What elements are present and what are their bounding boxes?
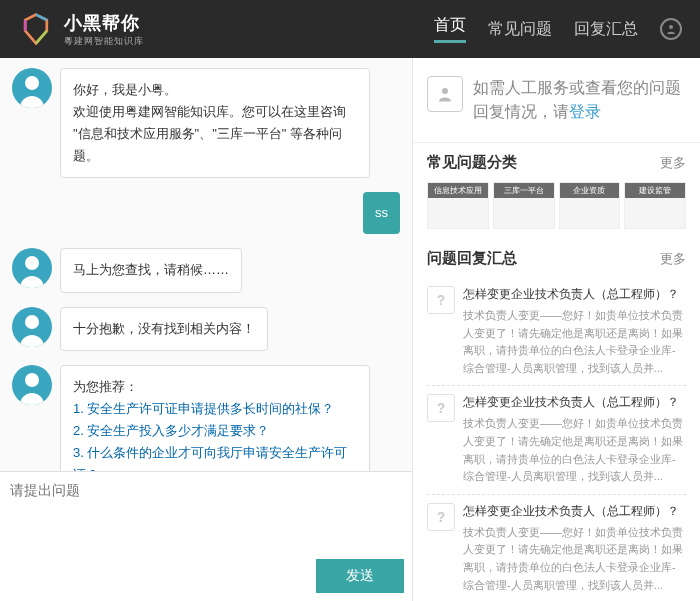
- message-bubble: 你好，我是小粤。 欢迎使用粤建网智能知识库。您可以在这里咨询 "信息和技术应用服…: [60, 68, 370, 178]
- nav-home[interactable]: 首页: [434, 15, 466, 43]
- faq-item[interactable]: ?怎样变更企业技术负责人（总工程师）？技术负责人变更——您好！如贵单位技术负责人…: [427, 386, 686, 494]
- category-item[interactable]: 企业资质: [559, 182, 621, 229]
- user-message: ss: [12, 192, 400, 234]
- bot-avatar: [12, 307, 52, 347]
- more-link[interactable]: 更多: [660, 154, 686, 172]
- faq-content: 怎样变更企业技术负责人（总工程师）？技术负责人变更——您好！如贵单位技术负责人变…: [463, 503, 686, 594]
- recommendation-bubble: 为您推荐： 1. 安全生产许可证申请提供多长时间的社保？2. 安全生产投入多少才…: [60, 365, 370, 471]
- category-section: 常见问题分类 更多 信息技术应用三库一平台企业资质建设监管: [413, 143, 700, 239]
- login-line1: 如需人工服务或查看您的问题: [473, 79, 681, 96]
- send-bar: 发送: [0, 551, 412, 601]
- faq-item[interactable]: ?怎样变更企业技术负责人（总工程师）？技术负责人变更——您好！如贵单位技术负责人…: [427, 278, 686, 386]
- section-header: 常见问题分类 更多: [427, 153, 686, 172]
- faq-content: 怎样变更企业技术负责人（总工程师）？技术负责人变更——您好！如贵单位技术负责人变…: [463, 286, 686, 377]
- svg-point-0: [669, 25, 673, 29]
- message-bubble: ss: [363, 192, 400, 234]
- faq-section: 问题回复汇总 更多 ?怎样变更企业技术负责人（总工程师）？技术负责人变更——您好…: [413, 239, 700, 601]
- rec-item[interactable]: 2. 安全生产投入多少才满足要求？: [73, 420, 357, 442]
- category-list: 信息技术应用三库一平台企业资质建设监管: [427, 182, 686, 229]
- chat-panel: 你好，我是小粤。 欢迎使用粤建网智能知识库。您可以在这里咨询 "信息和技术应用服…: [0, 58, 412, 601]
- category-thumb: [494, 198, 554, 228]
- question-icon: ?: [427, 286, 455, 314]
- section-header: 问题回复汇总 更多: [427, 249, 686, 268]
- logo-icon: [18, 11, 54, 47]
- faq-list: ?怎样变更企业技术负责人（总工程师）？技术负责人变更——您好！如贵单位技术负责人…: [427, 278, 686, 601]
- section-title: 常见问题分类: [427, 153, 517, 172]
- sidebar: 如需人工服务或查看您的问题 回复情况，请登录 常见问题分类 更多 信息技术应用三…: [412, 58, 700, 601]
- header: 小黑帮你 粵建网智能知识库 首页 常见问题 回复汇总: [0, 0, 700, 58]
- user-icon[interactable]: [660, 18, 682, 40]
- send-button[interactable]: 发送: [316, 559, 404, 593]
- rec-title: 为您推荐：: [73, 376, 357, 398]
- more-link[interactable]: 更多: [660, 250, 686, 268]
- question-icon: ?: [427, 503, 455, 531]
- bot-avatar: [12, 365, 52, 405]
- category-item[interactable]: 信息技术应用: [427, 182, 489, 229]
- message-bubble: 马上为您查找，请稍候……: [60, 248, 242, 292]
- bot-message: 马上为您查找，请稍候……: [12, 248, 400, 292]
- section-title: 问题回复汇总: [427, 249, 517, 268]
- faq-content: 怎样变更企业技术负责人（总工程师）？技术负责人变更——您好！如贵单位技术负责人变…: [463, 394, 686, 485]
- category-item[interactable]: 三库一平台: [493, 182, 555, 229]
- brand-subtitle: 粵建网智能知识库: [64, 35, 144, 48]
- brand: 小黑帮你 粵建网智能知识库: [64, 11, 144, 48]
- category-label: 三库一平台: [494, 183, 554, 198]
- category-thumb: [625, 198, 685, 228]
- chat-input[interactable]: [0, 472, 412, 551]
- person-icon: [427, 76, 463, 112]
- nav-replies[interactable]: 回复汇总: [574, 19, 638, 40]
- category-label: 建设监管: [625, 183, 685, 198]
- brand-title: 小黑帮你: [64, 11, 144, 35]
- intro-text: 欢迎使用粤建网智能知识库。您可以在这里咨询 "信息和技术应用服务"、"三库一平台…: [73, 101, 357, 167]
- nav-faq[interactable]: 常见问题: [488, 19, 552, 40]
- category-thumb: [428, 198, 488, 228]
- rec-item[interactable]: 3. 什么条件的企业才可向我厅申请安全生产许可证？: [73, 442, 357, 471]
- question-icon: ?: [427, 394, 455, 422]
- login-line2: 回复情况，请: [473, 103, 569, 120]
- greeting-text: 你好，我是小粤。: [73, 79, 357, 101]
- faq-question: 怎样变更企业技术负责人（总工程师）？: [463, 286, 686, 303]
- category-label: 企业资质: [560, 183, 620, 198]
- login-prompt: 如需人工服务或查看您的问题 回复情况，请登录: [413, 58, 700, 143]
- rec-item[interactable]: 1. 安全生产许可证申请提供多长时间的社保？: [73, 398, 357, 420]
- category-item[interactable]: 建设监管: [624, 182, 686, 229]
- login-link[interactable]: 登录: [569, 103, 601, 120]
- message-bubble: 十分抱歉，没有找到相关内容！: [60, 307, 268, 351]
- faq-answer: 技术负责人变更——您好！如贵单位技术负责人变更了！请先确定他是离职还是离岗！如果…: [463, 307, 686, 377]
- faq-answer: 技术负责人变更——您好！如贵单位技术负责人变更了！请先确定他是离职还是离岗！如果…: [463, 524, 686, 594]
- faq-question: 怎样变更企业技术负责人（总工程师）？: [463, 394, 686, 411]
- bot-message: 你好，我是小粤。 欢迎使用粤建网智能知识库。您可以在这里咨询 "信息和技术应用服…: [12, 68, 400, 178]
- bot-avatar: [12, 248, 52, 288]
- bot-avatar: [12, 68, 52, 108]
- bot-message: 十分抱歉，没有找到相关内容！: [12, 307, 400, 351]
- category-label: 信息技术应用: [428, 183, 488, 198]
- main: 你好，我是小粤。 欢迎使用粤建网智能知识库。您可以在这里咨询 "信息和技术应用服…: [0, 58, 700, 601]
- bot-message: 为您推荐： 1. 安全生产许可证申请提供多长时间的社保？2. 安全生产投入多少才…: [12, 365, 400, 471]
- category-thumb: [560, 198, 620, 228]
- login-text: 如需人工服务或查看您的问题 回复情况，请登录: [473, 76, 686, 124]
- message-list: 你好，我是小粤。 欢迎使用粤建网智能知识库。您可以在这里咨询 "信息和技术应用服…: [0, 58, 412, 471]
- svg-point-1: [442, 88, 448, 94]
- faq-item[interactable]: ?怎样变更企业技术负责人（总工程师）？技术负责人变更——您好！如贵单位技术负责人…: [427, 495, 686, 601]
- input-area: 发送: [0, 471, 412, 601]
- faq-question: 怎样变更企业技术负责人（总工程师）？: [463, 503, 686, 520]
- nav: 首页 常见问题 回复汇总: [434, 15, 682, 43]
- faq-answer: 技术负责人变更——您好！如贵单位技术负责人变更了！请先确定他是离职还是离岗！如果…: [463, 415, 686, 485]
